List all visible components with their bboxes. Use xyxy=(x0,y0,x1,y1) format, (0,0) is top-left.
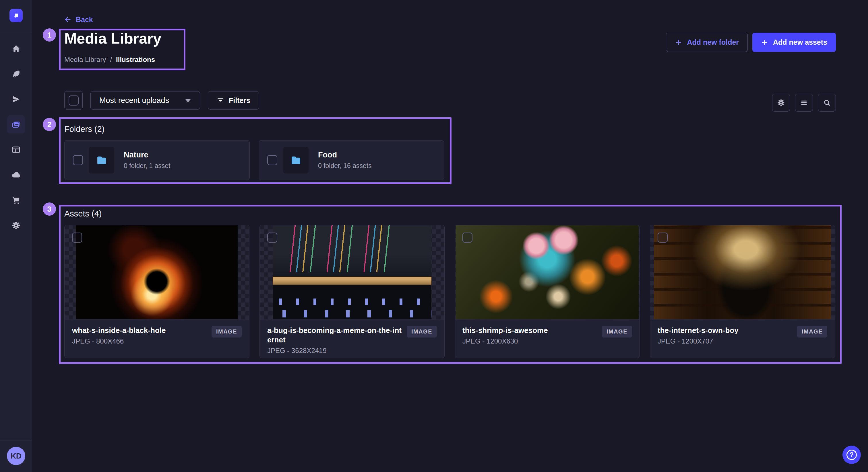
sidebar-item-settings[interactable] xyxy=(7,216,25,235)
add-new-assets-label: Add new assets xyxy=(773,38,827,46)
asset-type-badge: IMAGE xyxy=(407,326,437,338)
folders-section: Folders (2) Nature 0 folder, 1 asset Foo… xyxy=(64,124,444,180)
breadcrumb: Media Library / Illustrations xyxy=(64,56,161,64)
asset-titles: what-s-inside-a-black-hole JPEG - 800X46… xyxy=(72,326,207,345)
asset-footer: a-bug-is-becoming-a-meme-on-the-internet… xyxy=(260,319,444,358)
filter-icon xyxy=(217,97,224,104)
folder-row: Nature 0 folder, 1 asset Food 0 folder, … xyxy=(64,140,444,180)
avatar[interactable]: KD xyxy=(7,447,25,465)
plus-icon xyxy=(675,39,682,46)
folder-icon xyxy=(290,154,302,166)
view-controls xyxy=(772,94,836,111)
annotation-badge-2: 2 xyxy=(43,118,56,131)
help-button[interactable]: ? xyxy=(842,446,861,464)
asset-titles: the-internet-s-own-boy JPEG - 1200X707 xyxy=(658,326,793,345)
folder-texts: Food 0 folder, 16 assets xyxy=(318,150,372,170)
folder-meta: 0 folder, 1 asset xyxy=(124,162,170,170)
strapi-logo-mark xyxy=(12,12,20,19)
sidebar-item-home[interactable] xyxy=(7,40,25,58)
sort-select[interactable]: Most recent uploads xyxy=(90,91,200,109)
sidebar-item-content-type-builder[interactable] xyxy=(7,140,25,159)
sidebar-item-media-library[interactable] xyxy=(7,115,25,134)
asset-media xyxy=(65,225,249,319)
asset-checkbox[interactable] xyxy=(72,233,82,243)
asset-footer: this-shrimp-is-awesome JPEG - 1200X630 I… xyxy=(455,319,640,358)
question-mark-icon: ? xyxy=(846,450,857,460)
media-settings-button[interactable] xyxy=(772,94,790,111)
folder-checkbox[interactable] xyxy=(73,155,83,165)
asset-media xyxy=(260,225,444,319)
folders-heading: Folders (2) xyxy=(64,124,444,134)
asset-card[interactable]: this-shrimp-is-awesome JPEG - 1200X630 I… xyxy=(455,225,640,358)
asset-title: this-shrimp-is-awesome xyxy=(462,326,597,335)
cart-icon xyxy=(11,196,21,205)
add-new-assets-button[interactable]: Add new assets xyxy=(752,33,836,52)
folder-texts: Nature 0 folder, 1 asset xyxy=(124,150,170,170)
asset-checkbox[interactable] xyxy=(462,233,472,243)
filters-button[interactable]: Filters xyxy=(208,91,259,109)
asset-card[interactable]: a-bug-is-becoming-a-meme-on-the-internet… xyxy=(259,225,445,358)
asset-media xyxy=(455,225,640,319)
sort-select-value: Most recent uploads xyxy=(99,96,169,105)
folder-thumb xyxy=(89,147,114,173)
asset-titles: a-bug-is-becoming-a-meme-on-the-internet… xyxy=(267,326,402,355)
sidebar: KD xyxy=(0,0,32,472)
search-button[interactable] xyxy=(818,94,836,111)
cloud-icon xyxy=(11,170,21,179)
assets-section: Assets (4) what-s-inside-a-black-hole JP… xyxy=(64,209,835,358)
sidebar-divider xyxy=(0,32,32,32)
back-link[interactable]: Back xyxy=(64,15,93,24)
select-all-checkbox[interactable] xyxy=(69,96,79,105)
search-icon xyxy=(823,99,831,107)
annotation-badge-1: 1 xyxy=(43,28,56,42)
plus-icon xyxy=(761,39,768,46)
asset-title: a-bug-is-becoming-a-meme-on-the-internet xyxy=(267,326,402,345)
folder-name[interactable]: Nature xyxy=(124,150,170,160)
asset-checkbox[interactable] xyxy=(267,233,277,243)
breadcrumb-parent[interactable]: Media Library xyxy=(64,56,106,64)
arrow-left-icon xyxy=(64,15,72,24)
add-new-folder-button[interactable]: Add new folder xyxy=(666,33,748,52)
folder-card-food[interactable]: Food 0 folder, 16 assets xyxy=(259,140,444,180)
asset-image-mantis-shrimp xyxy=(456,225,639,319)
breadcrumb-separator: / xyxy=(110,56,112,64)
breadcrumb-current: Illustrations xyxy=(116,56,155,64)
layout-icon xyxy=(11,145,21,154)
page-title: Media Library xyxy=(64,30,161,47)
asset-title: what-s-inside-a-black-hole xyxy=(72,326,207,335)
asset-footer: what-s-inside-a-black-hole JPEG - 800X46… xyxy=(65,319,249,358)
asset-title: the-internet-s-own-boy xyxy=(658,326,793,335)
gear-icon xyxy=(11,221,21,230)
sidebar-item-marketplace[interactable] xyxy=(7,191,25,209)
add-new-folder-label: Add new folder xyxy=(687,38,739,46)
avatar-initials: KD xyxy=(11,452,22,461)
asset-meta: JPEG - 1200X630 xyxy=(462,337,597,345)
chevron-down-icon xyxy=(185,99,191,102)
asset-card[interactable]: the-internet-s-own-boy JPEG - 1200X707 I… xyxy=(650,225,835,358)
asset-image-laptop-code xyxy=(273,225,431,319)
select-all-checkbox-container[interactable] xyxy=(64,91,83,109)
asset-meta: JPEG - 1200X707 xyxy=(658,337,793,345)
folder-meta: 0 folder, 16 assets xyxy=(318,162,372,170)
asset-titles: this-shrimp-is-awesome JPEG - 1200X630 xyxy=(462,326,597,345)
folder-card-nature[interactable]: Nature 0 folder, 1 asset xyxy=(64,140,250,180)
sidebar-item-content[interactable] xyxy=(7,65,25,83)
asset-type-badge: IMAGE xyxy=(212,326,242,338)
asset-meta: JPEG - 800X466 xyxy=(72,337,207,345)
sidebar-item-deploy[interactable] xyxy=(7,166,25,184)
list-view-button[interactable] xyxy=(795,94,813,111)
annotation-badge-3: 3 xyxy=(43,202,56,216)
asset-type-badge: IMAGE xyxy=(602,326,632,338)
paper-plane-icon xyxy=(11,95,21,104)
strapi-logo[interactable] xyxy=(9,9,23,22)
sidebar-item-releases[interactable] xyxy=(7,90,25,108)
header-actions: Add new folder Add new assets xyxy=(666,33,836,52)
asset-image-library-portrait xyxy=(654,225,831,319)
folder-thumb xyxy=(283,147,309,173)
folder-icon xyxy=(96,154,107,166)
folder-name[interactable]: Food xyxy=(318,150,372,160)
asset-card[interactable]: what-s-inside-a-black-hole JPEG - 800X46… xyxy=(64,225,249,358)
assets-heading: Assets (4) xyxy=(64,209,835,218)
asset-checkbox[interactable] xyxy=(658,233,668,243)
folder-checkbox[interactable] xyxy=(267,155,277,165)
